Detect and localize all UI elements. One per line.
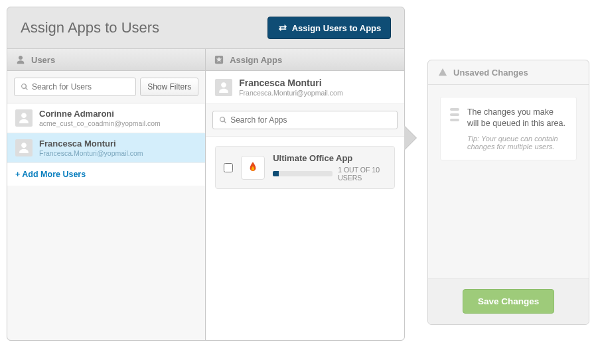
warning-icon — [437, 67, 448, 78]
avatar — [215, 79, 232, 96]
search-apps-input[interactable] — [212, 111, 398, 129]
star-icon — [214, 54, 224, 65]
user-icon — [15, 54, 26, 65]
user-email: acme_cust_co_coadmin@yopmail.com — [39, 119, 161, 128]
assign-apps-panel: Assign Apps to Users Assign Users to App… — [7, 7, 405, 341]
unsaved-changes-panel: Unsaved Changes The changes you make wil… — [427, 60, 589, 325]
user-email: Francesca.Monturi@yopmail.com — [39, 149, 143, 158]
switch-mode-label: Assign Users to Apps — [292, 23, 382, 33]
user-row[interactable]: Francesca Monturi Francesca.Monturi@yopm… — [7, 133, 205, 163]
queue-card: The changes you make will be queued in t… — [440, 97, 577, 160]
add-more-users-link[interactable]: + Add More Users — [7, 163, 205, 186]
user-row[interactable]: Corinne Admaroni acme_cust_co_coadmin@yo… — [7, 103, 205, 133]
apps-column-title: Assign Apps — [230, 55, 282, 65]
users-column-title: Users — [31, 55, 55, 65]
main-header: Assign Apps to Users Assign Users to App… — [7, 7, 404, 48]
queue-icon — [450, 108, 459, 121]
app-icon — [241, 156, 265, 180]
search-icon — [218, 115, 228, 125]
usage-label: 1 OUT OF 10 USERS — [338, 166, 386, 182]
users-column: Users Show Filters — [7, 49, 206, 340]
side-title: Unsaved Changes — [453, 68, 528, 78]
selected-user-email: Francesca.Monturi@yopmail.com — [239, 89, 343, 97]
user-name: Corinne Admaroni — [39, 109, 161, 119]
queue-tip: Tip: Your queue can contain changes for … — [467, 135, 567, 151]
apps-column-header: Assign Apps — [206, 49, 404, 71]
save-changes-button[interactable]: Save Changes — [463, 289, 554, 314]
app-row: Ultimate Office App 1 OUT OF 10 USERS — [215, 146, 395, 189]
swap-icon — [277, 23, 288, 33]
app-name: Ultimate Office App — [273, 153, 386, 163]
usage-meter — [273, 171, 333, 176]
user-name: Francesca Monturi — [39, 139, 143, 149]
arrow-icon — [404, 126, 416, 150]
avatar — [15, 139, 33, 156]
search-users-input[interactable] — [14, 78, 136, 96]
show-filters-button[interactable]: Show Filters — [140, 78, 198, 96]
search-icon — [19, 82, 30, 92]
users-column-header: Users — [7, 49, 205, 71]
app-select-checkbox[interactable] — [224, 163, 233, 172]
side-header: Unsaved Changes — [428, 60, 589, 85]
switch-mode-button[interactable]: Assign Users to Apps — [267, 17, 392, 39]
selected-user-name: Francesca Monturi — [239, 78, 343, 89]
queue-message: The changes you make will be queued in t… — [467, 107, 567, 129]
page-title: Assign Apps to Users — [21, 19, 159, 36]
apps-column: Assign Apps Francesca Monturi Francesca.… — [206, 49, 404, 340]
selected-user-bar: Francesca Monturi Francesca.Monturi@yopm… — [206, 71, 404, 104]
avatar — [15, 109, 33, 127]
